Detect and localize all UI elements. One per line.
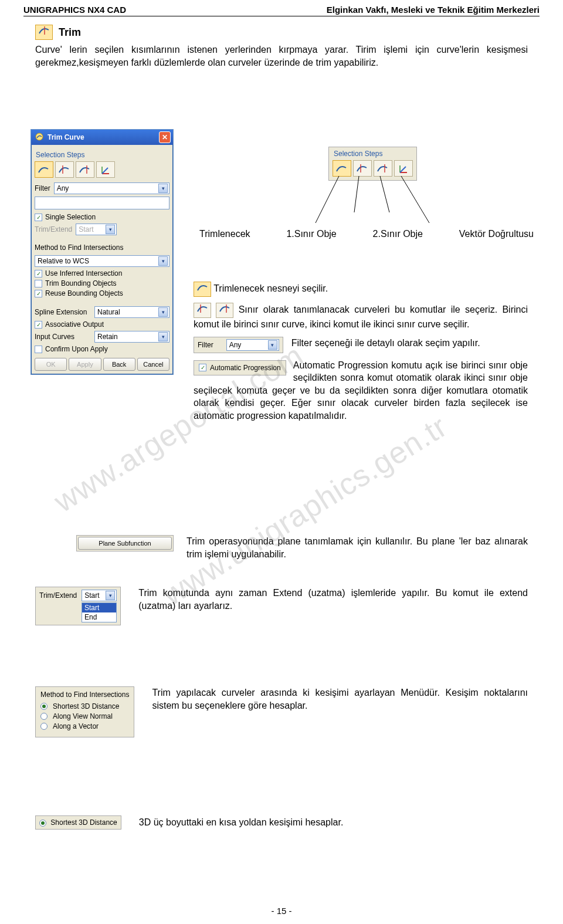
trim-extend-listbox[interactable]: Start End <box>82 603 117 622</box>
anno-vektor: Vektör Doğrultusu <box>459 229 534 239</box>
method-panel-text: Trim yapılacak curveler arasında ki kesi… <box>152 686 528 712</box>
back-button[interactable]: Back <box>103 358 135 371</box>
header-rule <box>23 16 540 16</box>
reuse-bounding-label: Reuse Bounding Objects <box>45 289 123 297</box>
spline-extension-label: Spline Extension <box>35 308 91 316</box>
trim-extend-label: Trim/Extend <box>35 225 72 233</box>
filter-combo[interactable]: Any ▾ <box>54 182 169 194</box>
desc-sinir-row: Sınır olarak tanımlanacak curveleri bu k… <box>194 303 528 331</box>
page-number: - 15 - <box>0 906 563 916</box>
autoprog-checkbox[interactable]: ✓ <box>199 364 206 371</box>
filter-snippet-label: Filter <box>198 340 213 350</box>
plane-subfunction-snippet: Plane Subfunction <box>76 535 174 551</box>
selection-steps-label: Selection Steps <box>36 151 169 159</box>
trim-extend-option-end[interactable]: End <box>82 612 116 622</box>
svg-line-13 <box>354 176 359 212</box>
header-left: UNIGRAPHICS NX4 CAD <box>23 5 126 15</box>
method-opt-view: Along View Normal <box>53 712 113 720</box>
dialog-app-icon <box>35 132 44 143</box>
chevron-down-icon[interactable]: ▾ <box>158 307 168 317</box>
trim-bounding-label: Trim Bounding Objects <box>45 279 117 287</box>
chevron-down-icon[interactable]: ▾ <box>158 332 168 341</box>
single-selection-checkbox[interactable]: ✓ <box>35 214 42 221</box>
confirm-apply-checkbox[interactable] <box>35 346 42 353</box>
selection-display-input[interactable] <box>35 197 169 209</box>
shortest-radio[interactable] <box>39 820 46 827</box>
section-heading-trim: Trim <box>59 26 81 39</box>
svg-line-6 <box>102 168 108 174</box>
svg-line-11 <box>400 167 406 172</box>
trim-extend-text: Trim komutunda aynı zaman Extend (uzatma… <box>138 587 528 612</box>
reuse-bounding-checkbox[interactable]: ✓ <box>35 290 42 297</box>
anno-sinir1: 1.Sınır Obje <box>286 229 336 239</box>
trim-extend-option-start[interactable]: Start <box>82 603 116 612</box>
svg-line-15 <box>401 176 429 223</box>
spline-extension-combo[interactable]: Natural ▾ <box>94 306 169 318</box>
chevron-down-icon[interactable]: ▾ <box>106 225 115 234</box>
input-curves-label: Input Curves <box>35 333 91 341</box>
select-bound1-icon[interactable] <box>55 161 74 178</box>
trim-curve-dialog: Trim Curve ✕ Selection Steps Filter Any … <box>30 129 174 375</box>
filter-label: Filter <box>35 184 50 192</box>
method-to-find-label: Method to Find Intersections <box>35 243 169 252</box>
chevron-down-icon[interactable]: ▾ <box>158 184 168 193</box>
plane-subfunction-text: Trim operasyonunda plane tanımlamak için… <box>186 535 528 560</box>
relative-wcs-value: Relative to WCS <box>38 257 89 265</box>
trim-extend-value: Start <box>79 225 93 233</box>
svg-line-14 <box>380 176 389 212</box>
filter-control-snippet: Filter Any ▾ <box>194 337 283 353</box>
intro-paragraph: Curve' lerin seçilen kısımlarının istene… <box>35 43 528 69</box>
trim-extend-snippet: Trim/Extend Start ▾ Start End <box>35 587 121 625</box>
desc-bound2-icon <box>216 303 233 318</box>
plane-subfunction-button[interactable]: Plane Subfunction <box>78 537 172 550</box>
ok-button[interactable]: OK <box>35 358 67 371</box>
relative-wcs-combo[interactable]: Relative to WCS ▾ <box>35 255 169 267</box>
filter-snippet-combo[interactable]: Any ▾ <box>226 339 279 351</box>
select-string-icon[interactable] <box>35 161 53 178</box>
desc-trimlenecek-row: Trimlenecek nesneyi seçilir. <box>194 282 528 297</box>
method-opt-vector: Along a Vector <box>53 722 99 730</box>
shortest-label: Shortest 3D Distance <box>50 818 117 827</box>
filter-combo-value: Any <box>57 184 69 192</box>
svg-line-12 <box>316 176 339 223</box>
cancel-button[interactable]: Cancel <box>137 358 169 371</box>
desc-select-string-icon <box>194 282 211 297</box>
filter-block: Filter Any ▾ Filter seçeneği ile detaylı… <box>194 337 528 353</box>
method-radio-vector[interactable] <box>40 723 48 730</box>
svg-point-1 <box>36 133 43 140</box>
method-panel-snippet: Method to Find Intersections Shortest 3D… <box>35 686 134 737</box>
chevron-down-icon[interactable]: ▾ <box>268 340 277 350</box>
select-bound2-icon[interactable] <box>76 161 94 178</box>
spline-extension-value: Natural <box>97 308 120 316</box>
shortest-text: 3D üç boyuttaki en kısa yoldan kesişimi … <box>139 816 528 829</box>
trim-bounding-checkbox[interactable] <box>35 280 42 287</box>
use-inferred-checkbox[interactable]: ✓ <box>35 270 42 277</box>
shortest-snippet: Shortest 3D Distance <box>35 815 121 830</box>
autoprog-label: Automatic Progression <box>210 363 281 373</box>
use-inferred-label: Use Inferred Intersection <box>45 269 122 277</box>
chevron-down-icon[interactable]: ▾ <box>158 256 168 266</box>
close-icon[interactable]: ✕ <box>159 131 171 143</box>
method-panel-header: Method to Find Intersections <box>40 691 129 699</box>
associative-output-checkbox[interactable]: ✓ <box>35 321 42 329</box>
anno-sinir2: 2.Sınır Obje <box>373 229 423 239</box>
desc-trimlenecek-text: Trimlenecek nesneyi seçilir. <box>213 283 328 293</box>
apply-button[interactable]: Apply <box>69 358 101 371</box>
desc-sinir-text: Sınır olarak tanımlanacak curveleri bu k… <box>194 304 528 329</box>
confirm-apply-label: Confirm Upon Apply <box>45 345 108 353</box>
method-radio-shortest[interactable] <box>40 703 48 710</box>
desc-bound1-icon <box>194 303 211 318</box>
dialog-title: Trim Curve <box>48 133 84 141</box>
associative-output-label: Associative Output <box>45 320 104 329</box>
trim-extend-snippet-value: Start <box>84 591 99 600</box>
trim-extend-snippet-combo[interactable]: Start ▾ <box>82 590 117 601</box>
autoprog-snippet: ✓ Automatic Progression <box>194 360 286 375</box>
chevron-down-icon[interactable]: ▾ <box>106 591 115 600</box>
method-radio-view[interactable] <box>40 713 48 720</box>
single-selection-label: Single Selection <box>45 213 96 221</box>
select-vector-icon[interactable] <box>96 161 115 178</box>
trim-extend-snippet-label: Trim/Extend <box>39 591 77 600</box>
autoprog-block: ✓ Automatic Progression Automatic Progre… <box>194 359 528 422</box>
trim-extend-combo[interactable]: Start ▾ <box>76 224 117 235</box>
input-curves-combo[interactable]: Retain ▾ <box>94 331 169 343</box>
